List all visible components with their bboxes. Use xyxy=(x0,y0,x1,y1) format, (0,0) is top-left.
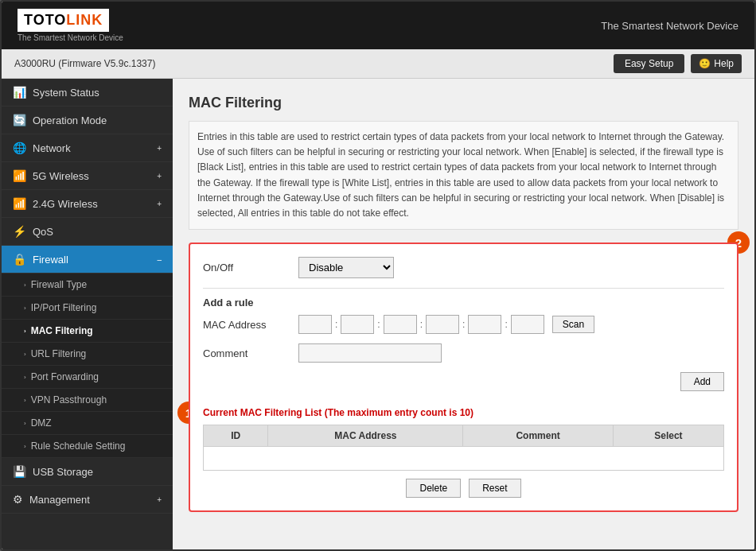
logo-tagline: The Smartest Network Device xyxy=(18,33,123,42)
header-slogan: The Smartest Network Device xyxy=(601,20,738,32)
usb-icon: 💾 xyxy=(13,465,26,478)
add-button[interactable]: Add xyxy=(680,372,724,391)
reset-button[interactable]: Reset xyxy=(469,479,520,498)
24g-arrow: + xyxy=(157,200,162,208)
sidebar-item-5g-wireless[interactable]: 📶 5G Wireless + xyxy=(2,162,173,190)
sidebar-item-management[interactable]: ⚙ Management + xyxy=(2,486,173,514)
logo-area: TOTOLINK The Smartest Network Device xyxy=(18,9,123,43)
panel-wrapper: 1 2 On/Off Disable Enable xyxy=(189,243,738,512)
mac-field-1[interactable] xyxy=(298,315,332,334)
sidebar-item-usb-storage[interactable]: 💾 USB Storage xyxy=(2,458,173,486)
firmware-info: A3000RU (Firmware V5.9c.1337) xyxy=(14,58,155,69)
mac-field-5[interactable] xyxy=(468,315,501,334)
on-off-control: Disable Enable xyxy=(298,257,724,278)
help-icon: 🙂 xyxy=(699,58,711,69)
system-status-icon: 📊 xyxy=(13,86,26,99)
mac-field-3[interactable] xyxy=(384,315,417,334)
main-window: TOTOLINK The Smartest Network Device The… xyxy=(0,0,756,551)
header: TOTOLINK The Smartest Network Device The… xyxy=(2,2,754,49)
comment-control xyxy=(298,343,724,363)
logo-link: LINK xyxy=(66,12,103,28)
help-button[interactable]: 🙂 Help xyxy=(691,54,742,73)
sidebar-item-operation-mode[interactable]: 🔄 Operation Mode xyxy=(2,107,173,134)
sidebar-sub-firewall-type[interactable]: › Firewall Type xyxy=(2,274,173,297)
mac-sep-4: : xyxy=(462,319,465,330)
content-area: 📊 System Status 🔄 Operation Mode 🌐 Netwo… xyxy=(2,79,754,549)
network-arrow: + xyxy=(157,144,162,153)
col-mac-header: MAC Address xyxy=(268,425,463,447)
col-comment-header: Comment xyxy=(463,425,613,447)
sidebar: 📊 System Status 🔄 Operation Mode 🌐 Netwo… xyxy=(2,79,173,549)
comment-row: Comment xyxy=(203,343,724,363)
5g-arrow: + xyxy=(157,172,162,180)
page-title: MAC Filtering xyxy=(189,95,738,111)
sidebar-item-system-status[interactable]: 📊 System Status xyxy=(2,79,173,107)
operation-mode-icon: 🔄 xyxy=(13,114,26,126)
topbar-buttons: Easy Setup 🙂 Help xyxy=(614,54,742,73)
table-empty-row xyxy=(204,447,724,471)
mac-address-label: MAC Address xyxy=(203,319,298,331)
on-off-select[interactable]: Disable Enable xyxy=(298,257,394,278)
empty-cell xyxy=(204,447,724,471)
mac-sep-5: : xyxy=(505,319,507,330)
dot-icon: › xyxy=(24,351,26,358)
sidebar-sub-dmz[interactable]: › DMZ xyxy=(2,412,173,435)
logo: TOTOLINK xyxy=(18,9,109,33)
mac-sep-3: : xyxy=(420,319,423,330)
firewall-arrow: – xyxy=(157,255,162,264)
add-button-row: Add xyxy=(203,372,724,398)
sidebar-sub-firewall: › Firewall Type › IP/Port Filtering › MA… xyxy=(2,274,173,458)
mac-sep-2: : xyxy=(377,319,380,330)
topbar: A3000RU (Firmware V5.9c.1337) Easy Setup… xyxy=(2,49,754,79)
wifi-5g-icon: 📶 xyxy=(13,169,26,182)
sidebar-item-firewall[interactable]: 🔒 Firewall – xyxy=(2,246,173,274)
dot-icon: › xyxy=(24,374,26,381)
mac-address-row: MAC Address : : : : xyxy=(203,315,724,334)
table-buttons: Delete Reset xyxy=(203,479,724,498)
sidebar-sub-mac-filtering[interactable]: › MAC Filtering xyxy=(2,320,173,343)
mac-field-4[interactable] xyxy=(426,315,459,334)
sidebar-sub-url-filtering[interactable]: › URL Filtering xyxy=(2,343,173,366)
dot-icon: › xyxy=(24,420,26,427)
col-select-header: Select xyxy=(613,425,723,447)
mac-fields: : : : : : Scan xyxy=(298,315,724,334)
easy-setup-button[interactable]: Easy Setup xyxy=(614,54,684,73)
sidebar-item-24g-wireless[interactable]: 📶 2.4G Wireless + xyxy=(2,190,173,218)
add-rule-title: Add a rule xyxy=(203,297,724,308)
mac-sep-1: : xyxy=(335,319,337,330)
on-off-row: On/Off Disable Enable xyxy=(203,257,724,278)
sidebar-sub-ip-port-filtering[interactable]: › IP/Port Filtering xyxy=(2,297,173,320)
dot-icon: › xyxy=(24,443,26,450)
table-title: Current MAC Filtering List (The maximum … xyxy=(203,407,724,418)
comment-input[interactable] xyxy=(298,343,442,363)
sidebar-sub-rule-schedule[interactable]: › Rule Schedule Setting xyxy=(2,435,173,458)
mac-field-6[interactable] xyxy=(511,315,544,334)
mac-field-2[interactable] xyxy=(341,315,374,334)
filter-table: ID MAC Address Comment Select xyxy=(203,425,724,471)
management-arrow: + xyxy=(157,495,162,504)
management-icon: ⚙ xyxy=(13,493,23,506)
dot-icon: › xyxy=(24,397,26,404)
sidebar-sub-port-forwarding[interactable]: › Port Forwarding xyxy=(2,366,173,389)
dot-icon: › xyxy=(24,305,26,312)
delete-button[interactable]: Delete xyxy=(406,479,461,498)
sidebar-sub-vpn-passthrough[interactable]: › VPN Passthrough xyxy=(2,389,173,412)
mac-filtering-panel: On/Off Disable Enable Add a rule xyxy=(189,243,738,512)
mac-address-control: : : : : : Scan xyxy=(298,315,724,334)
main-content: MAC Filtering Entries in this table are … xyxy=(173,79,754,549)
logo-toto: TOTO xyxy=(24,12,66,28)
col-id-header: ID xyxy=(204,425,268,447)
description-text: Entries in this table are used to restri… xyxy=(189,121,738,230)
qos-icon: ⚡ xyxy=(13,225,26,238)
on-off-label: On/Off xyxy=(203,262,298,274)
sidebar-item-qos[interactable]: ⚡ QoS xyxy=(2,218,173,246)
table-header-row: ID MAC Address Comment Select xyxy=(204,425,724,447)
scan-button[interactable]: Scan xyxy=(552,316,594,333)
comment-label: Comment xyxy=(203,347,298,359)
firewall-icon: 🔒 xyxy=(13,253,26,266)
wifi-24g-icon: 📶 xyxy=(13,197,26,210)
divider-1 xyxy=(203,288,724,289)
dot-icon: › xyxy=(24,328,26,335)
sidebar-item-network[interactable]: 🌐 Network + xyxy=(2,134,173,162)
network-icon: 🌐 xyxy=(13,142,26,154)
